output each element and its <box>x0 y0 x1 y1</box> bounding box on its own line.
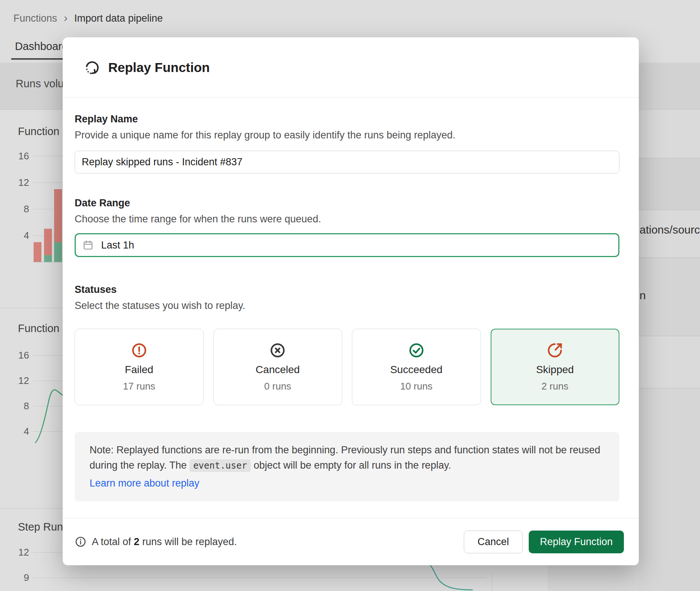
info-icon <box>75 536 87 548</box>
table-row: ations/sourc <box>639 210 700 257</box>
bottom-panel-shade <box>547 565 639 591</box>
date-range-picker[interactable]: Last 1h <box>75 233 619 257</box>
replay-function-button[interactable]: Replay Function <box>529 531 624 553</box>
replay-icon <box>84 59 101 76</box>
summary-count: 2 <box>134 536 140 547</box>
table-row <box>639 158 700 210</box>
table-row <box>639 336 700 388</box>
chart-element: 4 <box>9 426 29 437</box>
chart-element: 9 <box>9 572 29 584</box>
alert-circle-icon <box>131 342 148 359</box>
table-cell-url-fragment: ations/sourc <box>639 223 700 236</box>
status-card-succeeded[interactable]: Succeeded 10 runs <box>352 329 481 405</box>
modal-header: Replay Function <box>63 37 639 98</box>
table-row <box>639 110 700 158</box>
status-card-label: Failed <box>125 364 153 376</box>
background-table-strip: ations/sourc n <box>639 110 700 591</box>
chart-element <box>54 242 62 262</box>
status-card-runs: 10 runs <box>400 381 432 392</box>
replay-arrow-icon <box>546 342 563 359</box>
chart-element: 16 <box>9 350 29 361</box>
summary-suffix: runs will be replayed. <box>142 536 237 547</box>
chart-element: 12 <box>9 547 29 558</box>
learn-more-link[interactable]: Learn more about replay <box>90 476 199 491</box>
date-range-description: Choose the time range for when the runs … <box>75 213 619 225</box>
replay-note: Note: Replayed functions are re-run from… <box>75 432 619 501</box>
chart-element: 8 <box>9 400 29 412</box>
replay-name-heading: Replay Name <box>75 113 619 125</box>
chart-element: 4 <box>9 230 29 241</box>
footer-buttons: Cancel Replay Function <box>464 531 624 553</box>
status-card-skipped[interactable]: Skipped 2 runs <box>491 329 620 405</box>
status-card-label: Skipped <box>536 364 574 376</box>
statuses-description: Select the statuses you wish to replay. <box>75 300 619 312</box>
status-card-runs: 2 runs <box>541 381 568 392</box>
table-row <box>639 388 700 591</box>
status-card-runs: 17 runs <box>123 381 155 392</box>
bottom-vertical-line <box>492 575 492 591</box>
chart-element <box>34 242 41 262</box>
chart-element: 16 <box>9 150 29 162</box>
replay-name-input[interactable] <box>75 151 619 173</box>
chart-element <box>54 189 62 242</box>
replay-summary: A total of 2 runs will be replayed. <box>75 536 237 548</box>
table-cell-text-fragment: n <box>639 289 700 302</box>
check-circle-icon <box>408 342 425 359</box>
summary-prefix: A total of <box>92 536 131 547</box>
chart-element: 12 <box>9 375 29 387</box>
x-circle-icon <box>269 342 286 359</box>
chart-element <box>44 255 52 262</box>
inline-code-event-user: event.user <box>190 459 251 472</box>
status-card-label: Canceled <box>256 364 300 376</box>
status-cards: Failed 17 runs Canceled 0 runs <box>75 329 619 405</box>
status-card-runs: 0 runs <box>264 381 291 392</box>
chart-element: 12 <box>9 177 29 188</box>
cancel-button[interactable]: Cancel <box>464 531 523 553</box>
calendar-icon <box>82 239 94 251</box>
modal-footer: A total of 2 runs will be replayed. Canc… <box>63 518 639 565</box>
modal-body: Replay Name Provide a unique name for th… <box>63 98 639 501</box>
replay-name-description: Provide a unique name for this replay gr… <box>75 129 619 141</box>
date-range-heading: Date Range <box>75 197 619 209</box>
table-row: n <box>639 257 700 336</box>
date-range-value: Last 1h <box>101 240 134 251</box>
chart-element: 8 <box>9 203 29 215</box>
modal-title: Replay Function <box>108 60 210 75</box>
step-chart-gridline-9 <box>33 578 486 578</box>
replay-function-modal: Replay Function Replay Name Provide a un… <box>63 37 639 565</box>
status-card-label: Succeeded <box>390 364 443 376</box>
status-card-failed[interactable]: Failed 17 runs <box>75 329 204 405</box>
statuses-heading: Statuses <box>75 284 619 296</box>
status-card-canceled[interactable]: Canceled 0 runs <box>213 329 343 405</box>
note-text-after: object will be empty for all runs in the… <box>251 460 451 471</box>
chart-element <box>44 229 52 255</box>
